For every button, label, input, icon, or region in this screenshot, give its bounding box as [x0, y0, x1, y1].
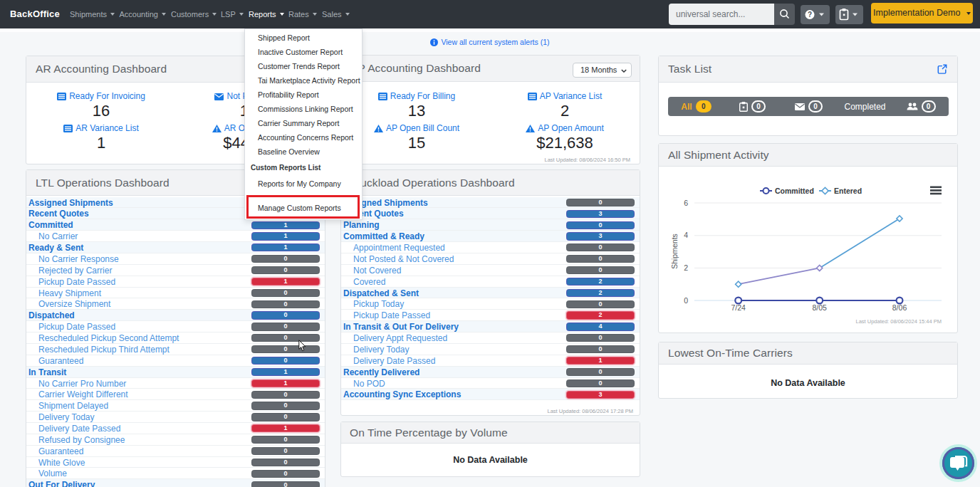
- svg-text:Shipments: Shipments: [670, 234, 679, 269]
- svg-text:Committed: Committed: [775, 187, 814, 195]
- svg-text:8/05: 8/05: [812, 303, 827, 312]
- svg-text:?: ?: [808, 11, 812, 19]
- svg-text:Last Updated: 08/06/2024 15:44: Last Updated: 08/06/2024 15:44 PM: [855, 318, 942, 325]
- svg-text:Entered: Entered: [834, 187, 862, 195]
- svg-text:6: 6: [684, 199, 688, 207]
- svg-text:2: 2: [684, 263, 688, 272]
- svg-text:8/06: 8/06: [892, 303, 907, 312]
- svg-text:7/24: 7/24: [731, 303, 746, 312]
- svg-text:4: 4: [684, 231, 688, 239]
- svg-text:0: 0: [684, 296, 688, 305]
